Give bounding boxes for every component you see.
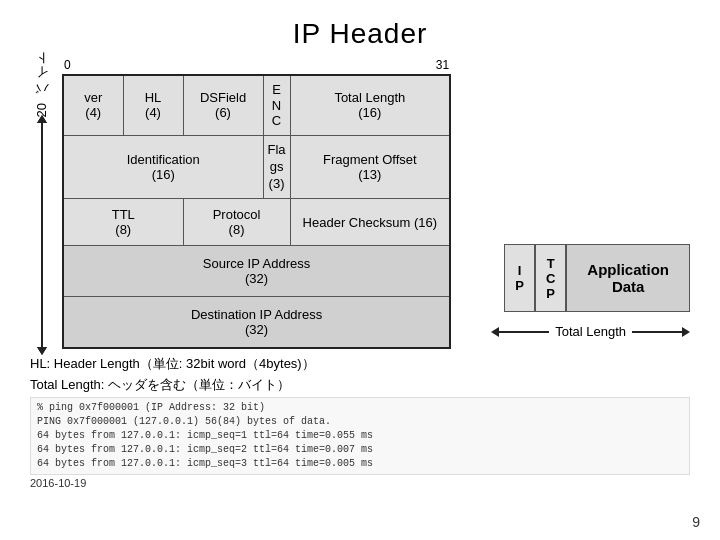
table-row-5: Destination IP Address(32) bbox=[63, 297, 450, 349]
date-label: 2016-10-19 bbox=[30, 477, 690, 489]
total-length-cell: Total Length(16) bbox=[290, 75, 450, 135]
code-block: % ping 0x7f000001 (IP Address: 32 bit) P… bbox=[30, 397, 690, 475]
table-row-1: ver(4) HL(4) DSField(6) ENC Total Length… bbox=[63, 75, 450, 135]
total-length-row: Total Length bbox=[491, 324, 690, 339]
code-line-4: 64 bytes from 127.0.0.1: icmp_seq=2 ttl=… bbox=[37, 443, 683, 457]
code-line-2: PING 0x7f000001 (127.0.0.1) 56(84) bytes… bbox=[37, 415, 683, 429]
horiz-arrow-right bbox=[632, 327, 690, 337]
flags-cell: Flags(3) bbox=[263, 135, 290, 199]
fragment-offset-cell: Fragment Offset(13) bbox=[290, 135, 450, 199]
ip-table: ver(4) HL(4) DSField(6) ENC Total Length… bbox=[62, 74, 451, 349]
enc-cell: ENC bbox=[263, 75, 290, 135]
app-data-wrapper: IP TCP ApplicationData Total Length bbox=[491, 244, 690, 339]
dsfield-cell: DSField(6) bbox=[183, 75, 263, 135]
source-ip-cell: Source IP Address(32) bbox=[63, 246, 450, 297]
header-checksum-cell: Header Checksum (16) bbox=[290, 199, 450, 246]
right-section: IP TCP ApplicationData Total Length bbox=[471, 58, 690, 349]
bit-label-right: 31 bbox=[436, 58, 449, 72]
protocol-cell: Protocol(8) bbox=[183, 199, 290, 246]
total-length-label: Total Length bbox=[555, 324, 626, 339]
bit-label-left: 0 bbox=[64, 58, 71, 72]
bottom-info: HL: Header Length（単位: 32bit word（4bytes)… bbox=[0, 349, 720, 489]
total-note: Total Length: ヘッダを含む（単位：バイト） bbox=[30, 376, 690, 394]
hl-note: HL: Header Length（単位: 32bit word（4bytes)… bbox=[30, 355, 690, 373]
byte-arrow: 20バイト bbox=[30, 58, 54, 349]
dest-ip-cell: Destination IP Address(32) bbox=[63, 297, 450, 349]
code-line-3: 64 bytes from 127.0.0.1: icmp_seq=1 ttl=… bbox=[37, 429, 683, 443]
bit-labels: 0 31 bbox=[62, 58, 451, 72]
ip-header-table: 0 31 ver(4) HL(4) DSField(6) ENC Total L… bbox=[62, 58, 451, 349]
table-row-4: Source IP Address(32) bbox=[63, 246, 450, 297]
arrow-label: 20バイト bbox=[33, 58, 51, 117]
page-title: IP Header bbox=[0, 0, 720, 58]
code-line-1: % ping 0x7f000001 (IP Address: 32 bit) bbox=[37, 401, 683, 415]
ver-cell: ver(4) bbox=[63, 75, 123, 135]
arrow-line bbox=[41, 121, 43, 349]
ttl-cell: TTL(8) bbox=[63, 199, 183, 246]
ip-cell: IP bbox=[504, 244, 535, 312]
table-row-2: Identification(16) Flags(3) Fragment Off… bbox=[63, 135, 450, 199]
tcp-cell: TCP bbox=[535, 244, 566, 312]
horiz-arrow-left bbox=[491, 327, 549, 337]
page-number: 9 bbox=[692, 514, 700, 530]
hl-cell: HL(4) bbox=[123, 75, 183, 135]
identification-cell: Identification(16) bbox=[63, 135, 263, 199]
code-line-5: 64 bytes from 127.0.0.1: icmp_seq=3 ttl=… bbox=[37, 457, 683, 471]
app-data-box: ApplicationData bbox=[566, 244, 690, 312]
table-row-3: TTL(8) Protocol(8) Header Checksum (16) bbox=[63, 199, 450, 246]
itp-app-row: IP TCP ApplicationData bbox=[504, 244, 690, 312]
